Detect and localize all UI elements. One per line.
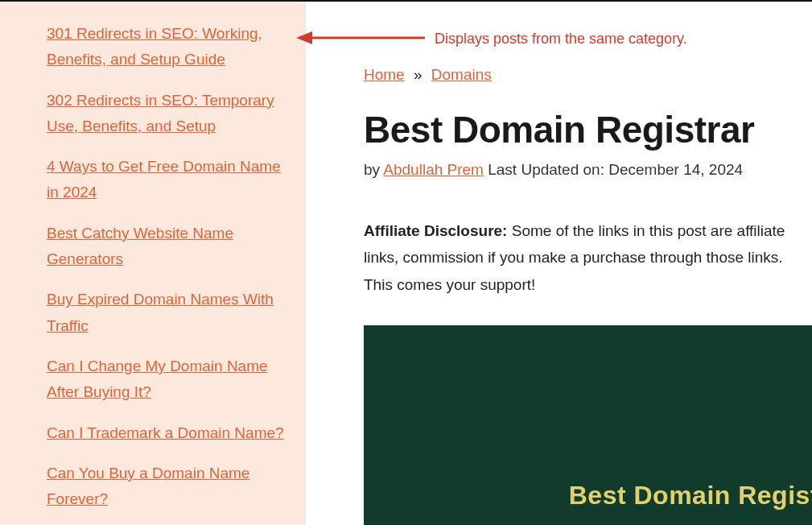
sidebar-item-change-domain: Can I Change My Domain Name After Buying… — [47, 353, 288, 406]
page-wrap: 301 Redirects in SEO: Working, Benefits,… — [0, 2, 812, 525]
updated-label: Last Updated on: — [488, 161, 608, 178]
breadcrumb-separator: » — [414, 66, 422, 83]
sidebar-link[interactable]: 302 Redirects in SEO: Temporary Use, Ben… — [47, 92, 274, 134]
page-title: Best Domain Registrar — [364, 108, 812, 151]
sidebar-link[interactable]: Best Catchy Website Name Generators — [47, 225, 233, 267]
sidebar-link[interactable]: 301 Redirects in SEO: Working, Benefits,… — [47, 25, 262, 68]
sidebar-item-trademark-domain: Can I Trademark a Domain Name? — [47, 420, 288, 446]
sidebar-item-free-domain: 4 Ways to Get Free Domain Name in 2024 — [47, 154, 288, 206]
sidebar-link[interactable]: Buy Expired Domain Names With Traffic — [47, 291, 274, 333]
hero-image: Best Domain Regist — [364, 325, 812, 525]
by-label: by — [364, 161, 383, 178]
sidebar-item-301-redirects: 301 Redirects in SEO: Working, Benefits,… — [47, 21, 288, 73]
sidebar-list: 301 Redirects in SEO: Working, Benefits,… — [47, 21, 288, 525]
sidebar-link[interactable]: 4 Ways to Get Free Domain Name in 2024 — [47, 158, 281, 200]
author-link[interactable]: Abdullah Prem — [383, 161, 484, 178]
sidebar-item-302-redirects: 302 Redirects in SEO: Temporary Use, Ben… — [47, 88, 288, 140]
sidebar-item-name-generators: Best Catchy Website Name Generators — [47, 221, 288, 273]
sidebar-link[interactable]: Can You Buy a Domain Name Forever? — [47, 465, 249, 507]
updated-date: December 14, 2024 — [608, 161, 743, 178]
sidebar-link[interactable]: Can I Change My Domain Name After Buying… — [47, 358, 268, 400]
breadcrumb-home[interactable]: Home — [364, 66, 405, 83]
breadcrumb: Home » Domains — [364, 66, 812, 84]
disclosure-label: Affiliate Disclosure: — [364, 222, 507, 239]
category-posts-sidebar: 301 Redirects in SEO: Working, Benefits,… — [0, 2, 306, 525]
annotation-label: Displays posts from the same category. — [435, 31, 687, 48]
post-meta: by Abdullah Prem Last Updated on: Decemb… — [364, 161, 812, 179]
sidebar-item-buy-forever: Can You Buy a Domain Name Forever? — [47, 461, 288, 513]
hero-headline: Best Domain Regist — [569, 481, 812, 511]
main-content: Home » Domains Best Domain Registrar by … — [306, 2, 812, 525]
sidebar-item-expired-domains: Buy Expired Domain Names With Traffic — [47, 287, 288, 339]
breadcrumb-current[interactable]: Domains — [431, 66, 492, 83]
sidebar-link[interactable]: Can I Trademark a Domain Name? — [47, 424, 284, 441]
affiliate-disclosure: Affiliate Disclosure: Some of the links … — [364, 217, 812, 298]
